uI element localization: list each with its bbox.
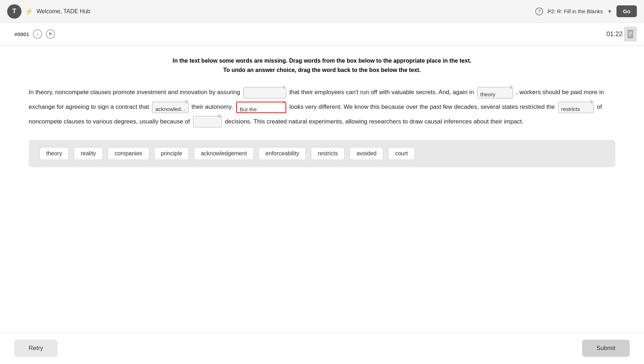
blank-4[interactable]: 4 But the <box>236 102 286 113</box>
passage-after-blank3: their autonomy. <box>191 103 233 110</box>
word-chip-principle[interactable]: principle <box>154 147 189 160</box>
timer: 01:22 <box>606 30 623 38</box>
blank-1[interactable]: 1 <box>243 87 286 98</box>
passage-before-blank1: In theory, noncompete clauses promote in… <box>29 89 240 96</box>
bolt-icon: ⚡ <box>25 8 33 15</box>
question-area: In the text below some words are missing… <box>0 45 644 332</box>
word-chip-restricts[interactable]: restricts <box>311 147 345 160</box>
blank2-filled: theory <box>478 87 498 102</box>
main-content: #0001 i ⚑ 01:22 In the text below some w… <box>0 23 644 364</box>
blank-6[interactable]: 6 <box>193 116 222 127</box>
header-right: ? P2: R: Fill in the Blanks ▼ Go <box>535 5 637 17</box>
instruction-line1: In the text below some words are missing… <box>173 58 472 64</box>
blank5-filled: restricts <box>558 102 583 116</box>
footer: Retry Submit <box>0 332 644 364</box>
word-chip-reality[interactable]: reality <box>74 147 103 160</box>
header: T ⚡ Welcome, TADE Hub ? P2: R: Fill in t… <box>0 0 644 23</box>
retry-button[interactable]: Retry <box>14 340 58 357</box>
submit-button[interactable]: Submit <box>582 340 630 357</box>
question-id: #0001 <box>14 31 29 37</box>
passage: In theory, noncompete clauses promote in… <box>29 85 615 129</box>
word-chip-theory[interactable]: theory <box>39 147 69 160</box>
instruction-line2: To undo an answer choice, drag the word … <box>223 67 421 73</box>
word-bank: theory reality companies principle ackno… <box>29 140 615 167</box>
blank3-filled: acknowled... <box>152 102 188 116</box>
word-chip-acknowledgement[interactable]: acknowledgement <box>194 147 254 160</box>
passage-after-blank4: looks very different. We know this becau… <box>289 103 555 110</box>
notes-svg <box>627 30 634 38</box>
sub-header: #0001 i ⚑ 01:22 <box>0 23 644 45</box>
flag-icon[interactable]: ⚑ <box>46 29 55 39</box>
svg-rect-0 <box>628 30 633 38</box>
avatar: T <box>7 4 21 19</box>
go-button[interactable]: Go <box>616 5 637 17</box>
welcome-text: Welcome, TADE Hub <box>36 8 90 15</box>
blank-5[interactable]: 5 restricts <box>558 102 594 113</box>
blank-2[interactable]: 2 theory <box>477 87 513 98</box>
passage-after-blank1: that their employees can't run off with … <box>289 89 474 96</box>
notes-icon[interactable] <box>624 26 637 42</box>
passage-after-blank6: decisions. This created natural experime… <box>225 118 523 125</box>
word-chip-court[interactable]: court <box>388 147 415 160</box>
dropdown-icon[interactable]: ▼ <box>607 9 612 14</box>
word-chip-enforceability[interactable]: enforceability <box>259 147 306 160</box>
word-chip-avoided[interactable]: avoided <box>350 147 383 160</box>
question-label: P2: R: Fill in the Blanks <box>547 8 603 14</box>
word-chip-companies[interactable]: companies <box>108 147 149 160</box>
header-left: T ⚡ Welcome, TADE Hub <box>7 4 535 19</box>
blank-3[interactable]: 3 acknowled... <box>152 102 188 113</box>
help-icon[interactable]: ? <box>535 8 543 15</box>
blank4-prefix: But the <box>237 102 260 117</box>
instructions: In the text below some words are missing… <box>29 56 615 74</box>
info-icon[interactable]: i <box>33 29 42 39</box>
